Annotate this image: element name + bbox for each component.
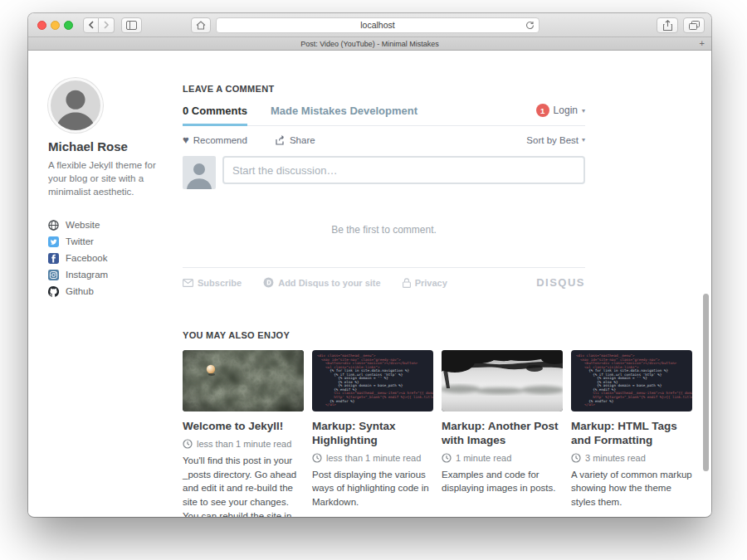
sidebar-toggle-button[interactable] [121,17,142,33]
clock-icon [183,439,193,449]
divider [183,267,585,268]
page-content: Michael Rose A flexible Jekyll theme for… [28,51,711,515]
zoom-window-button[interactable] [64,21,73,30]
share-icon [663,20,672,31]
post-read-time: less than 1 minute read [312,453,433,463]
comments-heading: LEAVE A COMMENT [183,84,693,94]
sidebar-icon [126,21,137,30]
chevron-down-icon: ▾ [582,107,585,114]
post-thumbnail-code: <div class="masthead__menu"> <nav id="si… [571,350,692,411]
login-menu[interactable]: 1 Login ▾ [536,104,585,117]
login-label: Login [554,105,578,116]
browser-toolbar: localhost [28,13,711,37]
author-name: Michael Rose [48,139,174,153]
avatar [48,78,103,133]
chevron-left-icon [88,21,95,29]
comment-form [183,156,585,189]
post-excerpt: You'll find this post in your _posts dir… [183,454,304,517]
chevron-right-icon [103,21,110,29]
subscribe-link[interactable]: Subscribe [183,278,242,288]
heart-icon: ♥ [183,134,189,146]
back-button[interactable] [83,17,99,33]
tab-comment-count[interactable]: 0 Comments [183,105,247,117]
tabs-overview-icon [689,21,700,30]
add-disqus-link[interactable]: Add Disqus to your site [263,277,380,288]
related-post-card[interactable]: <div class="masthead__menu"> <nav id="si… [571,350,692,517]
privacy-link[interactable]: Privacy [403,278,447,288]
sort-dropdown[interactable]: Sort by Best ▾ [526,135,585,145]
globe-icon [48,220,59,231]
share-button[interactable] [657,17,678,33]
safari-window: localhost Post: Video (YouTube) - Minima… [28,13,711,517]
notification-badge: 1 [536,104,549,117]
disqus-nav: 0 Comments Made Mistakes Development 1 L… [183,104,585,126]
comment-input[interactable] [222,156,585,184]
author-bio: A flexible Jekyll theme for your blog or… [48,158,161,198]
disqus-actions: ♥ Recommend Share Sort by Best ▾ [183,134,585,146]
active-tab-title[interactable]: Post: Video (YouTube) - Minimal Mistakes [300,40,439,48]
close-window-button[interactable] [37,21,46,30]
tab-community-name[interactable]: Made Mistakes Development [271,105,417,117]
related-post-card[interactable]: Markup: Another Post with Images 1 minut… [442,350,563,517]
post-excerpt: A variety of common markup showing how t… [571,468,692,509]
chevron-down-icon: ▾ [582,136,585,144]
share-thread-button[interactable]: Share [276,135,315,145]
social-links: Website Twitter Facebook Instagram [48,217,174,299]
home-icon [196,21,206,30]
disqus-embed: 0 Comments Made Mistakes Development 1 L… [183,104,585,289]
lock-icon [403,278,411,288]
related-post-card[interactable]: Welcome to Jekyll! less than 1 minute re… [183,350,304,517]
person-silhouette-icon [51,80,100,130]
post-read-time: less than 1 minute read [183,439,304,449]
sidebar-link-twitter[interactable]: Twitter [48,233,174,250]
share-arrow-icon [276,135,286,145]
desktop-background: localhost Post: Video (YouTube) - Minima… [0,0,747,560]
minimize-window-button[interactable] [51,21,60,30]
post-excerpt: Post displaying the various ways of high… [312,468,433,509]
post-read-time: 1 minute read [442,453,563,463]
sidebar-link-facebook[interactable]: Facebook [48,250,174,266]
envelope-icon [183,279,193,287]
disqus-logo[interactable]: DISQUS [536,276,585,289]
sidebar-link-instagram[interactable]: Instagram [48,266,174,283]
traffic-lights [37,21,73,30]
clock-icon [312,453,322,463]
github-icon [48,286,59,297]
guest-avatar [183,156,216,189]
forward-button[interactable] [99,17,115,33]
instagram-icon [48,270,59,280]
address-bar[interactable]: localhost [216,17,540,33]
person-silhouette-icon [183,156,216,189]
post-title[interactable]: Markup: HTML Tags and Formatting [571,420,692,448]
post-title[interactable]: Welcome to Jekyll! [183,420,304,434]
related-post-card[interactable]: <div class="masthead__menu"> <nav id="si… [312,350,433,517]
tab-bar: Post: Video (YouTube) - Minimal Mistakes… [28,37,711,51]
empty-state-message: Be the first to comment. [183,224,585,236]
new-tab-button[interactable]: + [700,37,705,50]
reload-icon[interactable] [525,21,535,30]
facebook-icon [48,253,59,264]
sidebar-link-github[interactable]: Github [48,283,174,299]
post-excerpt: Examples and code for displaying images … [442,468,563,495]
scrollbar-thumb[interactable] [703,294,709,471]
related-posts-grid: Welcome to Jekyll! less than 1 minute re… [183,350,693,517]
sidebar-link-website[interactable]: Website [48,217,174,233]
post-read-time: 3 minutes read [571,453,692,463]
post-thumbnail-green-foam [183,350,304,411]
recommend-button[interactable]: ♥ Recommend [183,134,247,146]
home-button[interactable] [191,17,211,33]
twitter-icon [48,236,59,247]
post-thumbnail-foggy-tree [442,350,563,411]
clock-icon [442,453,452,463]
related-posts-heading: YOU MAY ALSO ENJOY [183,330,693,340]
disqus-footer: Subscribe Add Disqus to your site Privac… [183,276,585,289]
main-column: LEAVE A COMMENT 0 Comments Made Mistakes… [183,78,693,517]
post-title[interactable]: Markup: Another Post with Images [442,420,563,448]
post-title[interactable]: Markup: Syntax Highlighting [312,420,433,448]
show-tabs-button[interactable] [683,17,705,33]
author-sidebar: Michael Rose A flexible Jekyll theme for… [48,78,174,517]
disqus-d-icon [263,277,274,288]
url-text: localhost [360,20,394,30]
post-thumbnail-code: <div class="masthead__menu"> <nav id="si… [312,350,433,411]
clock-icon [571,453,581,463]
